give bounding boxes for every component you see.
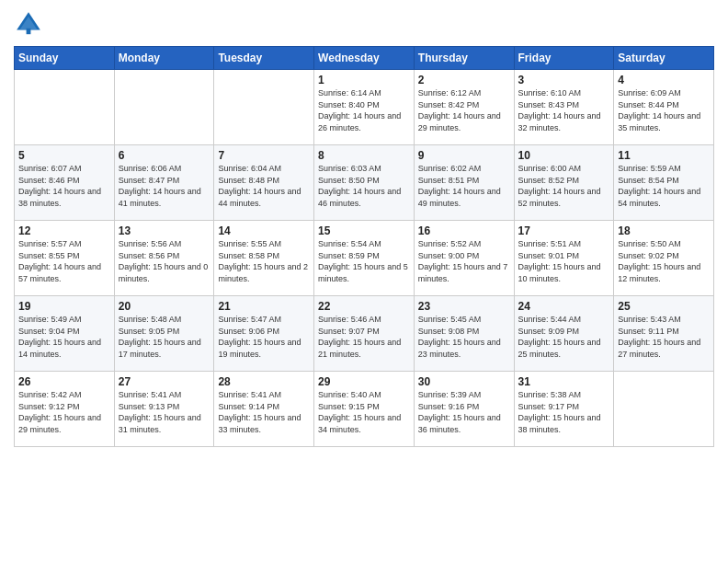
day-info: Sunrise: 6:09 AMSunset: 8:44 PMDaylight:…: [618, 87, 710, 133]
day-info: Sunrise: 6:10 AMSunset: 8:43 PMDaylight:…: [518, 87, 610, 133]
day-number: 22: [318, 300, 410, 313]
day-info: Sunrise: 5:44 AMSunset: 9:09 PMDaylight:…: [518, 314, 610, 360]
calendar-cell: 4Sunrise: 6:09 AMSunset: 8:44 PMDaylight…: [614, 70, 714, 145]
calendar-cell: 26Sunrise: 5:42 AMSunset: 9:12 PMDayligh…: [15, 372, 115, 447]
day-info: Sunrise: 5:43 AMSunset: 9:11 PMDaylight:…: [618, 314, 710, 360]
header: [14, 9, 714, 39]
day-info: Sunrise: 5:51 AMSunset: 9:01 PMDaylight:…: [518, 238, 610, 284]
day-number: 29: [318, 375, 410, 388]
day-info: Sunrise: 6:12 AMSunset: 8:42 PMDaylight:…: [418, 87, 510, 133]
day-number: 9: [418, 149, 510, 162]
day-number: 17: [518, 224, 610, 237]
calendar-cell: 15Sunrise: 5:54 AMSunset: 8:59 PMDayligh…: [314, 221, 415, 296]
calendar-cell: 9Sunrise: 6:02 AMSunset: 8:51 PMDaylight…: [414, 145, 514, 221]
calendar-cell: 2Sunrise: 6:12 AMSunset: 8:42 PMDaylight…: [414, 70, 514, 145]
calendar-cell: 29Sunrise: 5:40 AMSunset: 9:15 PMDayligh…: [314, 372, 415, 447]
day-info: Sunrise: 5:47 AMSunset: 9:06 PMDaylight:…: [218, 314, 310, 360]
day-info: Sunrise: 5:50 AMSunset: 9:02 PMDaylight:…: [618, 238, 710, 284]
calendar-cell: 28Sunrise: 5:41 AMSunset: 9:14 PMDayligh…: [214, 372, 314, 447]
day-number: 6: [119, 149, 210, 162]
day-number: 3: [518, 74, 610, 86]
day-number: 1: [318, 74, 410, 86]
weekday-header-row: SundayMondayTuesdayWednesdayThursdayFrid…: [15, 47, 714, 70]
calendar-cell: [214, 70, 314, 145]
week-row-3: 12Sunrise: 5:57 AMSunset: 8:55 PMDayligh…: [15, 221, 714, 296]
calendar-cell: 22Sunrise: 5:46 AMSunset: 9:07 PMDayligh…: [314, 296, 415, 372]
weekday-monday: Monday: [114, 47, 214, 70]
day-info: Sunrise: 6:04 AMSunset: 8:48 PMDaylight:…: [218, 163, 310, 209]
day-number: 18: [618, 224, 710, 237]
day-info: Sunrise: 5:54 AMSunset: 8:59 PMDaylight:…: [318, 238, 410, 284]
calendar-cell: 1Sunrise: 6:14 AMSunset: 8:40 PMDaylight…: [314, 70, 415, 145]
calendar-cell: 18Sunrise: 5:50 AMSunset: 9:02 PMDayligh…: [614, 221, 714, 296]
day-number: 16: [418, 224, 510, 237]
day-number: 23: [418, 300, 510, 313]
weekday-tuesday: Tuesday: [214, 47, 314, 70]
day-number: 13: [119, 224, 210, 237]
calendar-cell: 3Sunrise: 6:10 AMSunset: 8:43 PMDaylight…: [514, 70, 614, 145]
day-number: 21: [218, 300, 310, 313]
calendar-cell: 5Sunrise: 6:07 AMSunset: 8:46 PMDaylight…: [15, 145, 115, 221]
week-row-4: 19Sunrise: 5:49 AMSunset: 9:04 PMDayligh…: [15, 296, 714, 372]
calendar-cell: [614, 372, 714, 447]
calendar-cell: 25Sunrise: 5:43 AMSunset: 9:11 PMDayligh…: [614, 296, 714, 372]
day-info: Sunrise: 5:39 AMSunset: 9:16 PMDaylight:…: [418, 389, 510, 435]
day-info: Sunrise: 5:42 AMSunset: 9:12 PMDaylight:…: [18, 389, 110, 435]
weekday-friday: Friday: [514, 47, 614, 70]
calendar-cell: 19Sunrise: 5:49 AMSunset: 9:04 PMDayligh…: [15, 296, 115, 372]
day-info: Sunrise: 6:02 AMSunset: 8:51 PMDaylight:…: [418, 163, 510, 209]
calendar-cell: 27Sunrise: 5:41 AMSunset: 9:13 PMDayligh…: [114, 372, 214, 447]
calendar-cell: 7Sunrise: 6:04 AMSunset: 8:48 PMDaylight…: [214, 145, 314, 221]
week-row-2: 5Sunrise: 6:07 AMSunset: 8:46 PMDaylight…: [15, 145, 714, 221]
week-row-1: 1Sunrise: 6:14 AMSunset: 8:40 PMDaylight…: [15, 70, 714, 145]
calendar-cell: 12Sunrise: 5:57 AMSunset: 8:55 PMDayligh…: [15, 221, 115, 296]
week-row-5: 26Sunrise: 5:42 AMSunset: 9:12 PMDayligh…: [15, 372, 714, 447]
day-number: 20: [119, 300, 210, 313]
calendar-cell: 8Sunrise: 6:03 AMSunset: 8:50 PMDaylight…: [314, 145, 415, 221]
day-info: Sunrise: 5:40 AMSunset: 9:15 PMDaylight:…: [318, 389, 410, 435]
day-number: 7: [218, 149, 310, 162]
day-number: 15: [318, 224, 410, 237]
weekday-thursday: Thursday: [414, 47, 514, 70]
day-info: Sunrise: 5:59 AMSunset: 8:54 PMDaylight:…: [618, 163, 710, 209]
calendar-cell: 20Sunrise: 5:48 AMSunset: 9:05 PMDayligh…: [114, 296, 214, 372]
day-info: Sunrise: 5:41 AMSunset: 9:14 PMDaylight:…: [218, 389, 310, 435]
page: SundayMondayTuesdayWednesdayThursdayFrid…: [0, 0, 728, 456]
calendar-cell: 23Sunrise: 5:45 AMSunset: 9:08 PMDayligh…: [414, 296, 514, 372]
day-info: Sunrise: 5:52 AMSunset: 9:00 PMDaylight:…: [418, 238, 510, 284]
day-info: Sunrise: 5:55 AMSunset: 8:58 PMDaylight:…: [218, 238, 310, 284]
day-number: 4: [618, 74, 710, 86]
calendar-cell: 10Sunrise: 6:00 AMSunset: 8:52 PMDayligh…: [514, 145, 614, 221]
day-number: 12: [18, 224, 110, 237]
day-number: 24: [518, 300, 610, 313]
day-info: Sunrise: 5:49 AMSunset: 9:04 PMDaylight:…: [18, 314, 110, 360]
weekday-wednesday: Wednesday: [314, 47, 415, 70]
day-number: 8: [318, 149, 410, 162]
day-info: Sunrise: 5:56 AMSunset: 8:56 PMDaylight:…: [119, 238, 210, 284]
day-info: Sunrise: 5:41 AMSunset: 9:13 PMDaylight:…: [119, 389, 210, 435]
day-info: Sunrise: 6:06 AMSunset: 8:47 PMDaylight:…: [119, 163, 210, 209]
weekday-sunday: Sunday: [15, 47, 115, 70]
day-number: 14: [218, 224, 310, 237]
day-info: Sunrise: 5:45 AMSunset: 9:08 PMDaylight:…: [418, 314, 510, 360]
calendar-cell: 31Sunrise: 5:38 AMSunset: 9:17 PMDayligh…: [514, 372, 614, 447]
svg-rect-2: [27, 29, 31, 34]
day-number: 10: [518, 149, 610, 162]
day-number: 28: [218, 375, 310, 388]
day-number: 11: [618, 149, 710, 162]
calendar-cell: 24Sunrise: 5:44 AMSunset: 9:09 PMDayligh…: [514, 296, 614, 372]
logo: [14, 9, 47, 39]
calendar-cell: 6Sunrise: 6:06 AMSunset: 8:47 PMDaylight…: [114, 145, 214, 221]
calendar-cell: [15, 70, 115, 145]
day-number: 2: [418, 74, 510, 86]
calendar-cell: 30Sunrise: 5:39 AMSunset: 9:16 PMDayligh…: [414, 372, 514, 447]
calendar-cell: [114, 70, 214, 145]
day-number: 31: [518, 375, 610, 388]
day-info: Sunrise: 6:07 AMSunset: 8:46 PMDaylight:…: [18, 163, 110, 209]
weekday-saturday: Saturday: [614, 47, 714, 70]
day-number: 19: [18, 300, 110, 313]
day-number: 26: [18, 375, 110, 388]
day-number: 25: [618, 300, 710, 313]
day-info: Sunrise: 6:14 AMSunset: 8:40 PMDaylight:…: [318, 87, 410, 133]
calendar-cell: 17Sunrise: 5:51 AMSunset: 9:01 PMDayligh…: [514, 221, 614, 296]
